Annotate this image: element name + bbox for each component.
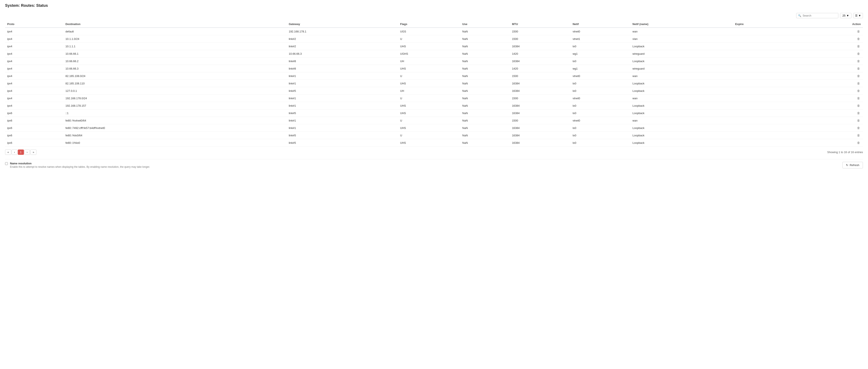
delete-button[interactable]: 🗑 xyxy=(856,111,861,115)
cell-expire xyxy=(733,35,798,42)
cell-expire xyxy=(733,42,798,50)
cell-action: 🗑 xyxy=(798,87,863,94)
cell-use: NaN xyxy=(460,102,510,109)
table-row: ipv4 10.66.66.2 link#8 UH NaN 16384 lo0 … xyxy=(5,57,863,65)
per-page-button[interactable]: 25 ▼ xyxy=(840,13,851,18)
table-row: ipv6 ::1 link#5 UHS NaN 16384 lo0 Loopba… xyxy=(5,109,863,117)
cell-expire xyxy=(733,80,798,87)
col-mtu: MTU xyxy=(510,21,570,28)
col-use: Use xyxy=(460,21,510,28)
cell-mtu: 16384 xyxy=(510,42,570,50)
cell-flags: UH xyxy=(398,87,460,94)
delete-button[interactable]: 🗑 xyxy=(856,66,861,70)
prev-page-button[interactable]: ‹ xyxy=(12,149,17,155)
delete-button[interactable]: 🗑 xyxy=(856,126,861,130)
cell-destination: 10.66.66.3 xyxy=(63,65,286,72)
cell-flags: U xyxy=(398,72,460,80)
cell-mtu: 16384 xyxy=(510,132,570,139)
cell-netif-name: wireguard xyxy=(630,50,733,57)
cell-use: NaN xyxy=(460,117,510,124)
cell-netif: lo0 xyxy=(570,139,630,146)
delete-button[interactable]: 🗑 xyxy=(856,37,861,41)
cell-gateway: link#8 xyxy=(286,57,398,65)
cell-proto: ipv4 xyxy=(5,50,63,57)
search-icon: 🔍 xyxy=(798,14,801,17)
cell-flags: U xyxy=(398,117,460,124)
next-page-button[interactable]: › xyxy=(24,149,30,155)
name-resolution-checkbox[interactable] xyxy=(5,162,8,165)
cell-gateway: link#8 xyxy=(286,65,398,72)
cell-netif-name: wan xyxy=(630,117,733,124)
last-page-button[interactable]: » xyxy=(30,149,36,155)
cell-expire xyxy=(733,124,798,132)
pagination: « ‹ 1 › » xyxy=(5,149,36,155)
per-page-chevron-icon: ▼ xyxy=(846,14,849,17)
cell-gateway: link#2 xyxy=(286,35,398,42)
delete-button[interactable]: 🗑 xyxy=(856,96,861,100)
cell-netif: lo0 xyxy=(570,124,630,132)
cell-expire xyxy=(733,28,798,35)
cell-proto: ipv6 xyxy=(5,109,63,117)
cell-netif: vtnet0 xyxy=(570,117,630,124)
page-title: System: Routes: Status xyxy=(5,3,863,8)
refresh-label: Refresh xyxy=(849,164,859,167)
col-netif: Netif xyxy=(570,21,630,28)
delete-button[interactable]: 🗑 xyxy=(856,141,861,145)
delete-button[interactable]: 🗑 xyxy=(856,29,861,33)
toolbar: 🔍 25 ▼ ☰ ▼ xyxy=(5,13,863,18)
delete-button[interactable]: 🗑 xyxy=(856,81,861,85)
delete-button[interactable]: 🗑 xyxy=(856,44,861,48)
cell-gateway: link#5 xyxy=(286,87,398,94)
columns-icon: ☰ ▼ xyxy=(855,14,861,17)
search-input[interactable] xyxy=(803,14,836,17)
cell-mtu: 1500 xyxy=(510,94,570,102)
current-page-button[interactable]: 1 xyxy=(18,149,24,155)
delete-button[interactable]: 🗑 xyxy=(856,74,861,78)
refresh-button[interactable]: ↻ Refresh xyxy=(842,162,863,168)
cell-use: NaN xyxy=(460,65,510,72)
cell-destination: 192.168.178.157 xyxy=(63,102,286,109)
cell-netif: wg1 xyxy=(570,65,630,72)
cell-expire xyxy=(733,132,798,139)
delete-button[interactable]: 🗑 xyxy=(856,118,861,122)
cell-mtu: 1500 xyxy=(510,35,570,42)
footer-bar: Name resolution Enable this to attempt t… xyxy=(5,159,863,169)
cell-netif-name: vlan xyxy=(630,35,733,42)
cell-netif-name: Loopback xyxy=(630,139,733,146)
cell-proto: ipv6 xyxy=(5,124,63,132)
cell-gateway: link#1 xyxy=(286,124,398,132)
cell-use: NaN xyxy=(460,132,510,139)
cell-use: NaN xyxy=(460,109,510,117)
cell-netif: lo0 xyxy=(570,80,630,87)
table-row: ipv4 10.1.1.1 link#2 UHS NaN 16384 lo0 L… xyxy=(5,42,863,50)
first-page-button[interactable]: « xyxy=(5,149,11,155)
cell-proto: ipv4 xyxy=(5,72,63,80)
col-flags: Flags xyxy=(398,21,460,28)
delete-button[interactable]: 🗑 xyxy=(856,133,861,137)
cell-action: 🗑 xyxy=(798,42,863,50)
cell-proto: ipv4 xyxy=(5,42,63,50)
cell-mtu: 16384 xyxy=(510,57,570,65)
cell-proto: ipv4 xyxy=(5,65,63,72)
cell-action: 🗑 xyxy=(798,139,863,146)
cell-destination: fe80::%lo0/64 xyxy=(63,132,286,139)
cell-flags: UHS xyxy=(398,124,460,132)
cell-mtu: 1500 xyxy=(510,72,570,80)
delete-button[interactable]: 🗑 xyxy=(856,89,861,93)
delete-button[interactable]: 🗑 xyxy=(856,52,861,56)
columns-button[interactable]: ☰ ▼ xyxy=(853,13,863,18)
delete-button[interactable]: 🗑 xyxy=(856,104,861,108)
cell-netif-name: Loopback xyxy=(630,132,733,139)
cell-proto: ipv4 xyxy=(5,102,63,109)
delete-button[interactable]: 🗑 xyxy=(856,59,861,63)
routes-table: Proto Destination Gateway Flags Use MTU … xyxy=(5,21,863,146)
cell-netif-name: wan xyxy=(630,28,733,35)
cell-action: 🗑 xyxy=(798,102,863,109)
cell-expire xyxy=(733,109,798,117)
cell-netif: lo0 xyxy=(570,109,630,117)
cell-use: NaN xyxy=(460,42,510,50)
cell-expire xyxy=(733,65,798,72)
cell-gateway: link#2 xyxy=(286,42,398,50)
cell-proto: ipv4 xyxy=(5,35,63,42)
table-header-row: Proto Destination Gateway Flags Use MTU … xyxy=(5,21,863,28)
